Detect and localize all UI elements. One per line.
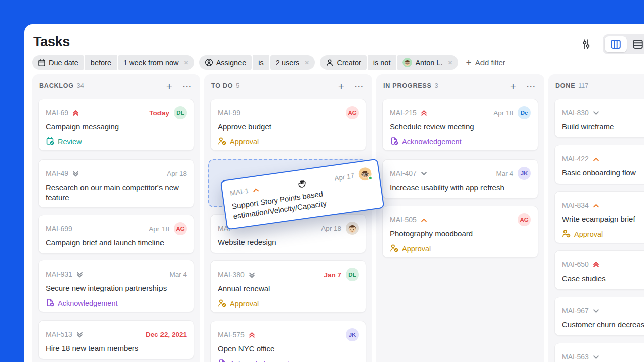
column-menu-button[interactable]: ⋯ xyxy=(354,81,364,91)
column-name: DONE xyxy=(555,82,575,89)
approval-tag: Approval xyxy=(390,244,531,254)
list-view-button[interactable] xyxy=(627,36,644,52)
filter-creator-field[interactable]: Creator xyxy=(320,55,366,70)
task-card[interactable]: MAI-380 Jan 7 DL Annual renewal Approval xyxy=(210,260,366,313)
task-card[interactable]: MAI-49 Apr 18 Research on our main compe… xyxy=(38,159,194,208)
card-id: MAI-834 xyxy=(562,201,589,209)
filter-bar: Due date before 1 week from now ✕ Assign… xyxy=(32,55,508,70)
column-header: TO DO 5 + ⋯ xyxy=(204,74,372,97)
card-title: Basic onboarding flow xyxy=(562,168,644,178)
priority-high-icon xyxy=(592,155,600,163)
task-card[interactable]: MAI-422 Basic onboarding flow xyxy=(554,145,644,184)
card-due-date: Mar 4 xyxy=(496,170,513,177)
priority-low-icon xyxy=(592,353,600,361)
card-id: MAI-422 xyxy=(562,155,589,163)
column-count: 34 xyxy=(77,82,84,89)
filter-due-date-operator[interactable]: before xyxy=(85,55,117,70)
task-card[interactable]: MAI-834 Write ecampaign brief Approval xyxy=(554,191,644,243)
card-title: Write ecampaign brief xyxy=(562,214,644,224)
tag-label: Approval xyxy=(230,300,259,308)
column-menu-button[interactable]: ⋯ xyxy=(526,81,536,91)
card-title: Campaign brief and launch timeline xyxy=(46,238,187,248)
add-card-button[interactable]: + xyxy=(166,81,172,92)
assignee-avatar xyxy=(358,167,372,182)
remove-filter-icon[interactable]: ✕ xyxy=(447,59,452,66)
card-id: MAI-575 xyxy=(218,331,245,339)
approval-tag: Approval xyxy=(218,299,359,309)
card-id: MAI-699 xyxy=(46,225,72,233)
card-title: Open NYC office xyxy=(218,344,359,354)
card-due-date: Jan 7 xyxy=(324,271,341,279)
remove-filter-icon[interactable]: ✕ xyxy=(304,59,309,66)
approval-icon xyxy=(390,244,398,254)
remove-filter-icon[interactable]: ✕ xyxy=(184,59,189,66)
board-view-button[interactable] xyxy=(605,36,627,52)
task-card[interactable]: MAI-99 AG Approve budget Approval xyxy=(210,99,366,151)
priority-lowest-icon xyxy=(248,271,256,279)
approval-tag: Acknowledgement xyxy=(390,137,531,147)
card-id: MAI-49 xyxy=(46,169,68,177)
priority-urgent-icon xyxy=(420,109,428,117)
task-card[interactable]: MAI-407 Mar 4 JK Increase usability with… xyxy=(382,159,538,199)
priority-lowest-icon xyxy=(76,270,84,278)
column-name: IN PROGRESS xyxy=(383,82,432,89)
card-title: Research on our main competitor's new fe… xyxy=(46,183,187,203)
task-card[interactable]: MAI-69 Today DL Campaign messaging Revie… xyxy=(38,99,194,151)
filter-creator-operator[interactable]: is not xyxy=(368,55,396,70)
filter-creator-value[interactable]: Anton L. ✕ xyxy=(397,55,458,70)
column-menu-button[interactable]: ⋯ xyxy=(182,81,192,91)
approval-tag: Approval xyxy=(562,229,644,239)
filter-due-date-field[interactable]: Due date xyxy=(32,55,84,70)
task-card[interactable]: MAI-513 Dec 22, 2021 Hire 18 new team me… xyxy=(38,320,194,359)
priority-low-icon xyxy=(592,307,600,315)
add-filter-button[interactable]: + Add filter xyxy=(463,58,508,67)
task-card[interactable]: MAI-575 JK Open NYC office Acknowledgeme… xyxy=(210,321,366,362)
card-title: Website redesign xyxy=(218,237,359,247)
card-id: MAI-830 xyxy=(562,109,589,117)
assignee-avatar: De xyxy=(518,106,531,119)
task-card[interactable]: MAI-931 Mar 4 Secure new integration par… xyxy=(38,260,194,312)
card-title: Increase usability with app refresh xyxy=(390,183,531,193)
card-id: MAI-1 xyxy=(229,187,249,197)
column-header: BACKLOG 34 + ⋯ xyxy=(32,74,200,97)
task-card[interactable]: MAI-699 Apr 18 AG Campaign brief and lau… xyxy=(38,215,194,254)
view-controls xyxy=(578,34,644,54)
filter-assignee-operator[interactable]: is xyxy=(253,55,269,70)
task-card[interactable]: MAI-650 Case studies xyxy=(554,250,644,290)
column-header: DONE 117 + ⋯ xyxy=(548,74,644,97)
sliders-icon xyxy=(581,39,591,50)
page-title: Tasks xyxy=(33,34,70,50)
filter-assignee-value[interactable]: 2 users ✕ xyxy=(270,55,315,70)
task-card[interactable]: MAI-563 xyxy=(554,343,644,362)
card-id: MAI-650 xyxy=(562,260,589,268)
column-backlog: BACKLOG 34 + ⋯ MAI-69 Today DL Campaign … xyxy=(32,74,200,362)
approval-icon xyxy=(562,229,571,239)
card-id: MAI-99 xyxy=(218,109,240,117)
display-settings-button[interactable] xyxy=(578,35,595,54)
card-id: MAI-563 xyxy=(562,353,589,361)
add-card-button[interactable]: + xyxy=(510,81,516,92)
priority-lowest-icon xyxy=(76,331,84,338)
approval-tag: Approval xyxy=(218,137,359,147)
task-card[interactable]: MAI-830 Build wireframe xyxy=(554,99,644,138)
filter-assignee-field[interactable]: Assignee xyxy=(199,55,252,70)
card-id: MAI-513 xyxy=(46,330,72,338)
filter-assignee: Assignee is 2 users ✕ xyxy=(199,55,315,70)
add-card-button[interactable]: + xyxy=(338,81,344,92)
card-id: MAI-69 xyxy=(46,109,68,117)
assignee-avatar: JK xyxy=(346,328,359,341)
task-card[interactable]: MAI-505 AG Photography moodboard Approva… xyxy=(382,206,538,258)
priority-low-icon xyxy=(592,109,600,117)
card-due-date: Apr 18 xyxy=(149,225,169,233)
filter-due-date: Due date before 1 week from now ✕ xyxy=(32,55,194,70)
card-title: Secure new integration partnerships xyxy=(46,283,187,293)
card-title: Case studies xyxy=(562,274,644,284)
priority-high-icon xyxy=(592,202,600,209)
card-id: MAI-931 xyxy=(46,270,72,278)
task-card[interactable]: MAI-215 Apr 18 De Schedule review meetin… xyxy=(382,99,538,151)
filter-due-date-value[interactable]: 1 week from now ✕ xyxy=(118,55,194,70)
list-view-icon xyxy=(632,39,643,50)
task-card[interactable]: MAI-967 Customer churn decrease xyxy=(554,297,644,336)
approval-icon xyxy=(218,137,226,147)
approval-tag: Acknowledgement xyxy=(218,359,359,362)
